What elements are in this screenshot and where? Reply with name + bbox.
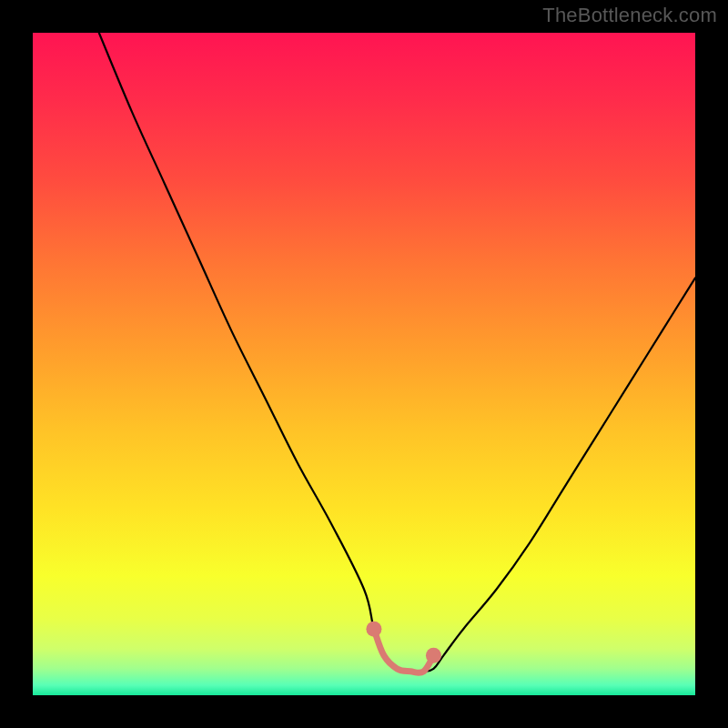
right-dot — [426, 648, 441, 663]
left-dot — [366, 622, 381, 637]
watermark-text: TheBottleneck.com — [542, 4, 717, 27]
chart-frame: TheBottleneck.com — [0, 0, 728, 728]
valley-floor-path — [374, 629, 434, 672]
plot-area — [33, 33, 695, 695]
bottleneck-curve-path — [99, 33, 695, 672]
chart-curve-layer — [33, 33, 695, 695]
